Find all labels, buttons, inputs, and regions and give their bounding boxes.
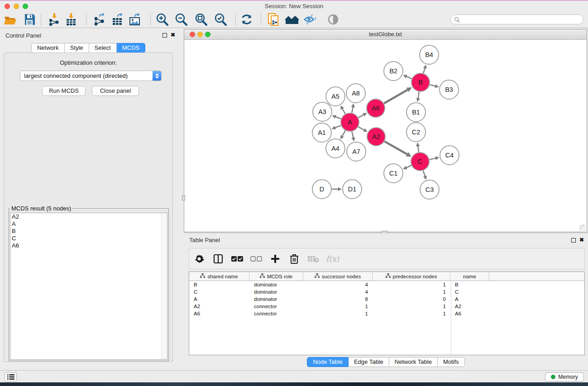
tab-node-table[interactable]: Node Table	[307, 357, 349, 367]
criterion-dropdown[interactable]: largest connected component (directed)	[20, 71, 162, 81]
toolbar-separator	[235, 14, 236, 25]
column-header-shared-name[interactable]: shared name	[189, 272, 249, 281]
tab-edge-table[interactable]: Edge Table	[349, 357, 389, 367]
tab-style[interactable]: Style	[65, 43, 89, 53]
graph-node-A1[interactable]: A1	[312, 123, 331, 142]
mcds-list-scrollbar[interactable]	[161, 213, 167, 359]
graph-node-A2[interactable]: A2	[367, 128, 385, 146]
tab-select[interactable]: Select	[89, 43, 117, 53]
zoom-in-icon[interactable]	[154, 13, 170, 26]
column-header-predecessor-nodes[interactable]: predecessor nodes	[373, 272, 450, 281]
mcds-result-item[interactable]: A	[10, 220, 167, 228]
edge-arrowhead	[416, 143, 420, 147]
open-session-icon[interactable]	[3, 13, 18, 26]
graph-node-A5[interactable]: A5	[326, 87, 345, 106]
window-resize-grip[interactable]	[579, 224, 586, 231]
table-row[interactable]: Bdominator41B	[189, 281, 584, 288]
close-panel-icon[interactable]: ✖	[171, 32, 175, 38]
column-header-successor-nodes[interactable]: successor nodes	[303, 272, 373, 281]
graph-node-D1[interactable]: D1	[343, 180, 362, 199]
table-cell: A2	[189, 303, 249, 310]
graph-node-A4[interactable]: A4	[326, 139, 345, 158]
table-cell: A	[450, 295, 489, 303]
zoom-fit-icon[interactable]	[193, 13, 209, 26]
export-network-icon[interactable]	[92, 13, 107, 26]
network-zoom-button[interactable]	[205, 32, 210, 37]
search-input[interactable]	[462, 16, 583, 23]
network-close-button[interactable]	[190, 32, 195, 37]
tab-mcds[interactable]: MCDS	[117, 43, 145, 53]
import-table-icon[interactable]	[63, 13, 79, 26]
export-table-icon[interactable]	[110, 13, 125, 26]
birds-eye-view-icon[interactable]	[284, 13, 300, 26]
tab-network[interactable]: Network	[31, 43, 65, 53]
close-table-panel-icon[interactable]: ✖	[579, 237, 584, 243]
tab-network-table[interactable]: Network Table	[389, 357, 438, 367]
table-row[interactable]: A2connector11A2	[189, 303, 584, 310]
graph-node-B[interactable]: B	[411, 73, 430, 91]
mcds-result-item[interactable]: B	[10, 228, 167, 235]
vertical-splitter-handle[interactable]	[182, 195, 185, 200]
task-history-button[interactable]	[5, 372, 17, 381]
tab-motifs[interactable]: Motifs	[438, 357, 465, 367]
table-row[interactable]: A6connector11A6	[189, 310, 584, 317]
app-titlebar: Session: New Session	[0, 1, 588, 11]
select-all-rows-icon[interactable]	[231, 253, 244, 265]
show-graphics-details-icon[interactable]	[325, 13, 341, 26]
refresh-icon[interactable]	[239, 13, 254, 26]
hide-graphics-details-icon[interactable]	[302, 13, 318, 26]
save-session-icon[interactable]	[22, 13, 37, 26]
mcds-result-item[interactable]: A2	[10, 213, 167, 220]
zoom-out-icon[interactable]	[173, 13, 189, 26]
import-network-icon[interactable]	[47, 13, 62, 26]
table-row[interactable]: Cdominator41C	[189, 288, 584, 295]
float-table-panel-icon[interactable]	[571, 238, 576, 243]
column-header-name[interactable]: name	[450, 272, 489, 281]
table-settings-gear-icon[interactable]	[193, 253, 206, 265]
zoom-selected-icon[interactable]	[213, 13, 228, 26]
graph-node-B3[interactable]: B3	[440, 80, 459, 99]
table-cell: 1	[373, 310, 450, 317]
graph-node-A7[interactable]: A7	[347, 142, 366, 161]
mcds-result-list: A2ABCA6	[10, 213, 167, 360]
deselect-all-rows-icon[interactable]	[250, 253, 263, 265]
memory-button[interactable]: Memory	[545, 372, 584, 381]
close-panel-button[interactable]: Close panel	[92, 86, 139, 96]
graph-node-B2[interactable]: B2	[384, 62, 403, 81]
table-cell: 1	[373, 303, 450, 310]
graph-node-C[interactable]: C	[411, 152, 429, 171]
network-canvas[interactable]: B4B2BB3A5A8A6A3B1AA1C2A2A4A7CC4C1C3DD1	[184, 40, 587, 232]
svg-text:B2: B2	[389, 67, 397, 75]
graph-node-D[interactable]: D	[312, 180, 331, 199]
mcds-result-item[interactable]: C	[10, 235, 167, 242]
mcds-result-item[interactable]: A6	[10, 242, 167, 249]
window-close-button[interactable]	[5, 4, 10, 9]
graph-edge-C-C2	[418, 146, 419, 152]
graph-node-C2[interactable]: C2	[406, 123, 425, 142]
graph-node-A6[interactable]: A6	[367, 99, 385, 117]
graph-node-C4[interactable]: C4	[440, 146, 459, 165]
graph-node-A[interactable]: A	[341, 113, 359, 131]
float-panel-icon[interactable]	[163, 33, 167, 38]
table-cell: A	[189, 295, 249, 303]
graph-node-B4[interactable]: B4	[420, 45, 439, 64]
export-image-icon[interactable]	[127, 13, 143, 26]
window-zoom-button[interactable]	[23, 4, 28, 9]
run-mcds-button[interactable]: Run MCDS	[42, 86, 86, 96]
graph-node-A8[interactable]: A8	[346, 84, 365, 103]
show-columns-icon[interactable]	[212, 253, 225, 265]
network-window-title: testGlobe.txt	[184, 29, 587, 39]
create-column-icon[interactable]	[269, 253, 282, 265]
delete-column-icon[interactable]	[288, 253, 301, 265]
table-row[interactable]: Adominator80A	[189, 295, 584, 303]
copy-network-style-icon[interactable]	[266, 13, 282, 26]
graph-node-C3[interactable]: C3	[420, 180, 439, 199]
network-minimize-button[interactable]	[197, 32, 203, 37]
edge-arrowhead	[423, 65, 427, 69]
optimization-criterion-label: Optimization criterion:	[4, 59, 172, 66]
graph-node-C1[interactable]: C1	[384, 164, 403, 183]
window-minimize-button[interactable]	[14, 4, 19, 9]
column-header-MCDS-role[interactable]: MCDS role	[249, 272, 303, 281]
graph-node-A3[interactable]: A3	[313, 102, 332, 121]
graph-node-B1[interactable]: B1	[406, 103, 425, 122]
